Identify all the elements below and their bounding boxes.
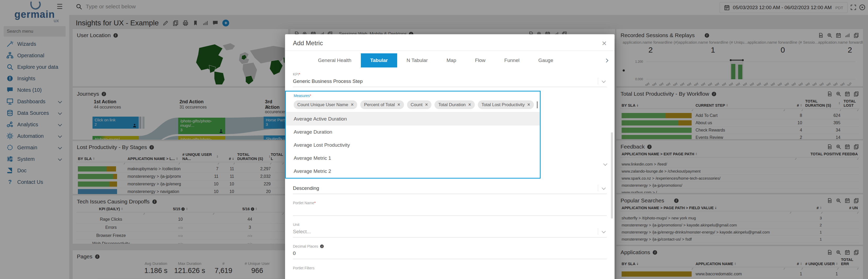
tab-flow[interactable]: Flow bbox=[466, 53, 495, 67]
unit-placeholder: Select... bbox=[293, 227, 607, 237]
modal-tabs: General HealthTabularN TabularMapFlowFun… bbox=[285, 51, 615, 67]
measures-chips: Count Unique User Name×Percent of Total×… bbox=[294, 98, 540, 112]
measure-chip-label: Count bbox=[411, 102, 423, 108]
measures-dropdown-chevron[interactable] bbox=[604, 162, 607, 166]
modal-body: KPI* Generic Business Process Step Measu… bbox=[285, 67, 615, 279]
kpi-label: KPI bbox=[293, 72, 299, 76]
measure-chip[interactable]: Percent of Total× bbox=[360, 101, 404, 109]
measure-chip-label: Total Lost Productivity bbox=[482, 102, 525, 108]
measure-chip[interactable]: Total Lost Productivity× bbox=[478, 101, 534, 109]
measure-option[interactable]: Average Metric 2 bbox=[286, 165, 540, 178]
portlet-name-field[interactable]: Portlet Name* bbox=[293, 201, 607, 216]
tab-n-tabular[interactable]: N Tabular bbox=[397, 53, 437, 67]
measure-chip-label: Total Duration bbox=[438, 102, 466, 108]
measures-options-list: Average Active DurationAverage DurationA… bbox=[286, 112, 540, 178]
measure-chip-label: Count Unique User Name bbox=[297, 102, 348, 108]
remove-chip-icon[interactable]: × bbox=[351, 102, 354, 108]
modal-scrollbar[interactable] bbox=[611, 132, 613, 219]
measure-option[interactable]: Average Lost Productivity bbox=[286, 139, 540, 152]
remove-chip-icon[interactable]: × bbox=[468, 102, 471, 108]
close-icon[interactable]: × bbox=[602, 40, 607, 46]
modal-header: Add Metric × bbox=[285, 34, 615, 51]
sort-field[interactable]: Descending bbox=[293, 186, 607, 194]
measures-label: Measures bbox=[294, 93, 310, 98]
kpi-dropdown-chevron[interactable] bbox=[598, 78, 607, 84]
portlet-filters-label: Portlet Filters bbox=[293, 266, 607, 270]
decimal-places-label: Decimal Places bbox=[293, 244, 318, 248]
tabs-next-icon[interactable] bbox=[604, 58, 609, 62]
info-icon[interactable]: i bbox=[320, 245, 324, 248]
unit-dropdown-chevron[interactable] bbox=[598, 228, 607, 235]
kpi-field[interactable]: KPI* Generic Business Process Step bbox=[293, 72, 607, 87]
decimal-places-input[interactable]: 0 bbox=[293, 248, 607, 259]
text-cursor bbox=[537, 102, 537, 108]
modal-title: Add Metric bbox=[293, 39, 323, 47]
remove-chip-icon[interactable]: × bbox=[527, 102, 530, 108]
measure-option[interactable]: Average Metric 1 bbox=[286, 152, 540, 165]
decimal-places-field[interactable]: Decimal Places i 0 bbox=[293, 244, 607, 259]
sort-dropdown-chevron[interactable] bbox=[598, 185, 607, 191]
measure-option[interactable]: Average Duration bbox=[286, 125, 540, 139]
measure-chip[interactable]: Count× bbox=[407, 101, 432, 109]
tab-tabular[interactable]: Tabular bbox=[361, 53, 397, 67]
tab-general-health[interactable]: General Health bbox=[309, 53, 361, 67]
measures-field-highlight: Measures* Count Unique User Name×Percent… bbox=[285, 91, 540, 178]
measure-option[interactable]: Average Active Duration bbox=[286, 112, 540, 125]
remove-chip-icon[interactable]: × bbox=[425, 102, 428, 108]
portlet-name-label: Portlet Name bbox=[293, 201, 314, 205]
tab-funnel[interactable]: Funnel bbox=[495, 53, 529, 67]
add-metric-modal: Add Metric × General HealthTabularN Tabu… bbox=[285, 34, 615, 279]
sort-value: Descending bbox=[293, 186, 607, 194]
measure-chip[interactable]: Total Duration× bbox=[435, 101, 474, 109]
measure-chip[interactable]: Count Unique User Name× bbox=[294, 101, 357, 109]
kpi-value: Generic Business Process Step bbox=[293, 76, 607, 87]
unit-label: Unit bbox=[293, 223, 607, 227]
unit-field[interactable]: Unit Select... bbox=[293, 223, 607, 238]
remove-chip-icon[interactable]: × bbox=[397, 102, 400, 108]
portlet-name-input[interactable] bbox=[293, 205, 607, 216]
measure-chip-label: Percent of Total bbox=[364, 102, 395, 108]
tab-map[interactable]: Map bbox=[437, 53, 466, 67]
tab-gauge[interactable]: Gauge bbox=[529, 53, 563, 67]
